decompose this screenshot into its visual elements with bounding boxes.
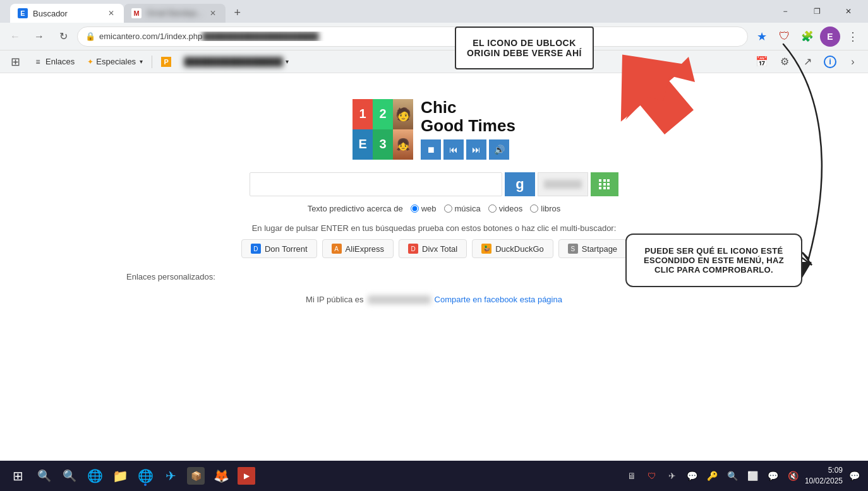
stop-button[interactable]: ⏹ (421, 139, 441, 160)
don-torrent-icon: D (251, 244, 261, 254)
tray-icon-5[interactable]: 🔑 (704, 467, 721, 485)
taskbar-firefox[interactable]: 🦊 (210, 464, 232, 487)
close-button[interactable]: ✕ (834, 3, 863, 20)
radio-web[interactable]: web (411, 204, 437, 213)
tab-close-gmail[interactable]: ✕ (208, 8, 218, 18)
bookmark-enlaces[interactable]: ≡ Enlaces (28, 56, 80, 68)
radio-web-label: web (421, 204, 437, 213)
startpage-icon: S (568, 244, 578, 254)
radio-libros-input[interactable] (530, 204, 538, 213)
radio-musica[interactable]: música (444, 204, 481, 213)
bookmark-blurred-2[interactable]: █████████████████ ▾ (179, 56, 294, 68)
taskbar-chrome[interactable]: 🌐 (134, 464, 157, 487)
cortana-icon: 🔍 (63, 469, 76, 483)
logo-area: 1 2 🧑 E 3 👧 Chic Good Times ⏹ ⏮ ⏭ 🔊 (353, 98, 515, 160)
ublock-button[interactable]: 🛡 (775, 27, 795, 47)
tray-icon-6[interactable]: 🔍 (724, 467, 742, 485)
media-controls: ⏹ ⏮ ⏭ 🔊 (421, 139, 515, 160)
logo-grid: 1 2 🧑 E 3 👧 (353, 99, 413, 160)
radio-videos-input[interactable] (488, 204, 497, 213)
tray-icon-3[interactable]: ✈ (663, 467, 681, 485)
bookmark-especiales[interactable]: ✦ Especiales ▾ (82, 56, 148, 68)
taskbar-search-button[interactable]: 🔍 (33, 464, 56, 487)
prev-button[interactable]: ⏮ (443, 139, 464, 160)
calendar-icon: 📅 (756, 56, 768, 68)
unknown-icon: 📦 (187, 467, 205, 485)
tab-close-buscador[interactable]: ✕ (106, 8, 116, 18)
bookmark-blurred-1[interactable]: P (156, 56, 176, 68)
tab-gmail[interactable]: M Gmail Bandeja... ✕ (124, 4, 226, 23)
star-button[interactable]: ★ (752, 27, 772, 47)
chevron-down-icon-2: ▾ (286, 58, 289, 65)
system-tray: 🖥 🛡 ✈ 💬 🔑 🔍 ⬜ 💬 🔇 (623, 467, 802, 485)
volume-tray-icon[interactable]: 🔇 (785, 467, 802, 485)
blurred-text-bar (544, 180, 582, 189)
forward-button[interactable]: → (29, 27, 49, 47)
logo-cell-5: 3 (373, 129, 393, 160)
divx-total-label: Divx Total (422, 244, 457, 254)
taskbar-notification-button[interactable]: 💬 (845, 467, 863, 485)
notification-icon: 💬 (849, 471, 860, 481)
logo-title-line2: Good Times (421, 117, 515, 135)
extensions-button[interactable]: 🧩 (797, 27, 817, 47)
maximize-button[interactable]: ❐ (802, 3, 831, 20)
back-button[interactable]: ← (5, 27, 25, 47)
refresh-button[interactable]: ↻ (53, 27, 73, 47)
taskbar-clock[interactable]: 5:09 10/02/2025 (805, 465, 843, 487)
clock-time: 5:09 (805, 465, 843, 476)
share-icon: ↗ (804, 56, 812, 68)
quick-link-aliexpress[interactable]: A AliExpress (322, 239, 394, 258)
grid-view-button[interactable]: ⊞ (5, 52, 25, 72)
calendar-button[interactable]: 📅 (752, 52, 772, 72)
don-torrent-label: Don Torrent (265, 244, 308, 254)
personal-links-label: Enlaces personalizados: (126, 272, 215, 281)
taskbar-cortana[interactable]: 🔍 (58, 464, 81, 487)
quick-link-startpage[interactable]: S Startpage (558, 239, 627, 258)
firefox-icon: 🦊 (214, 468, 229, 483)
ip-address-blurred (368, 295, 431, 304)
menu-button[interactable]: ⋮ (843, 27, 863, 47)
tray-icon-8[interactable]: 💬 (764, 467, 782, 485)
search-info-text: En lugar de pulsar ENTER en tus búsqueda… (252, 223, 617, 233)
taskbar-edge[interactable]: 🌐 (83, 464, 106, 487)
quick-link-divx-total[interactable]: D Divx Total (399, 239, 467, 258)
volume-button[interactable]: 🔊 (489, 139, 509, 160)
shield-icon: 🛡 (779, 30, 790, 43)
next-button[interactable]: ⏭ (466, 139, 486, 160)
tray-icon-1[interactable]: 🖥 (623, 467, 641, 485)
share-facebook-link[interactable]: Comparte en facebook esta página (435, 295, 562, 304)
quick-link-duckduckgo[interactable]: 🦆 DuckDuckGo (472, 239, 553, 258)
duckduckgo-label: DuckDuckGo (495, 244, 544, 254)
share-button[interactable]: ↗ (797, 52, 817, 72)
radio-videos-label: videos (499, 204, 523, 213)
taskbar-files[interactable]: 📁 (109, 464, 131, 487)
tab-buscador[interactable]: E Buscador ✕ (10, 4, 124, 23)
multi-search-button[interactable] (591, 172, 618, 196)
radio-musica-input[interactable] (444, 204, 452, 213)
search-input[interactable] (250, 172, 502, 196)
enlaces-icon: ≡ (33, 57, 43, 67)
taskbar-powershell[interactable]: ▶ (235, 464, 258, 487)
tab-label-buscador: Buscador (33, 9, 68, 18)
logo-title: Chic Good Times ⏹ ⏮ ⏭ 🔊 (421, 98, 515, 160)
google-search-button[interactable]: g (505, 172, 535, 196)
expand-button[interactable]: › (843, 52, 863, 72)
tray-icon-2[interactable]: 🛡 (643, 467, 661, 485)
radio-videos[interactable]: videos (488, 204, 523, 213)
minimize-button[interactable]: − (771, 3, 800, 20)
start-button[interactable]: ⊞ (5, 463, 30, 488)
radio-musica-label: música (455, 204, 481, 213)
info-button[interactable]: i (820, 52, 840, 72)
taskbar-unknown[interactable]: 📦 (184, 464, 207, 487)
tray-icon-4[interactable]: 💬 (684, 467, 701, 485)
new-tab-button[interactable]: + (228, 4, 247, 21)
radio-libros[interactable]: libros (530, 204, 560, 213)
quick-link-don-torrent[interactable]: D Don Torrent (241, 239, 317, 258)
radio-web-input[interactable] (411, 204, 419, 213)
taskbar-telegram[interactable]: ✈ (159, 464, 182, 487)
grid-icon (599, 179, 610, 189)
profile-avatar[interactable]: E (820, 27, 840, 47)
settings-button[interactable]: ⚙ (775, 52, 795, 72)
tray-icon-7[interactable]: ⬜ (744, 467, 762, 485)
blurred-search-button[interactable] (538, 172, 588, 196)
